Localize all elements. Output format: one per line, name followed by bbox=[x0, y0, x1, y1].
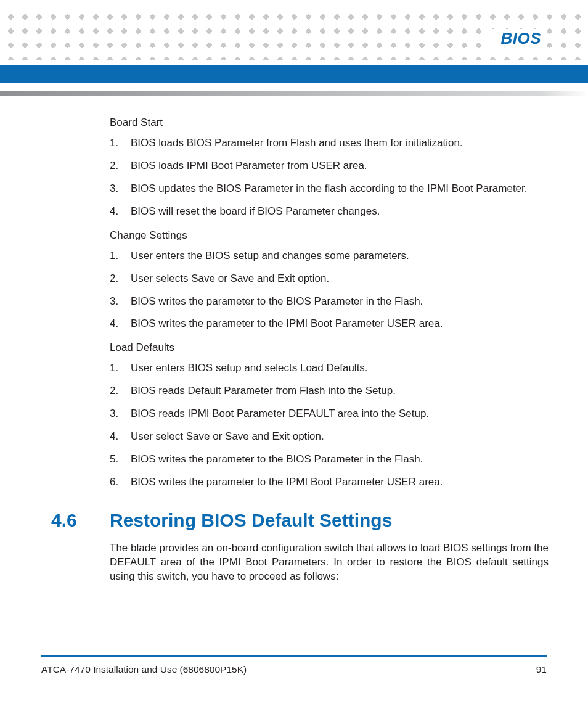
list-item: 4. BIOS writes the parameter to the IPMI… bbox=[110, 317, 549, 331]
page-content: Board Start 1. BIOS loads BIOS Parameter… bbox=[110, 116, 549, 584]
list-item: 2. BIOS reads Default Parameter from Fla… bbox=[110, 384, 549, 398]
load-defaults-heading: Load Defaults bbox=[110, 341, 549, 355]
section-body: The blade provides an on-board configura… bbox=[110, 541, 549, 584]
footer-page-number: 91 bbox=[536, 664, 547, 675]
list-number: 1. bbox=[110, 249, 131, 263]
list-item: 5. BIOS writes the parameter to the BIOS… bbox=[110, 453, 549, 467]
section-number: 4.6 bbox=[51, 508, 110, 533]
page: BIOS Board Start 1. BIOS loads BIOS Para… bbox=[0, 0, 588, 706]
header-blue-bar bbox=[0, 65, 588, 83]
list-item: 3. BIOS writes the parameter to the BIOS… bbox=[110, 295, 549, 309]
list-text: BIOS reads Default Parameter from Flash … bbox=[131, 384, 549, 398]
list-text: User selects Save or Save and Exit optio… bbox=[131, 272, 549, 286]
list-item: 2. BIOS loads IPMI Boot Parameter from U… bbox=[110, 159, 549, 173]
list-item: 1. BIOS loads BIOS Parameter from Flash … bbox=[110, 136, 549, 150]
list-item: 6. BIOS writes the parameter to the IPMI… bbox=[110, 475, 549, 490]
list-item: 4. User select Save or Save and Exit opt… bbox=[110, 430, 549, 444]
list-text: BIOS will reset the board if BIOS Parame… bbox=[131, 205, 549, 219]
list-number: 1. bbox=[110, 136, 131, 150]
list-item: 3. BIOS updates the BIOS Parameter in th… bbox=[110, 182, 549, 196]
list-number: 3. bbox=[110, 295, 131, 309]
list-number: 6. bbox=[110, 475, 131, 490]
board-start-heading: Board Start bbox=[110, 116, 549, 130]
list-number: 2. bbox=[110, 159, 131, 173]
footer-row: ATCA-7470 Installation and Use (6806800P… bbox=[41, 664, 547, 675]
list-text: User enters BIOS setup and selects Load … bbox=[131, 361, 549, 376]
list-text: BIOS loads IPMI Boot Parameter from USER… bbox=[131, 159, 549, 173]
list-text: BIOS writes the parameter to the BIOS Pa… bbox=[131, 295, 549, 309]
list-number: 4. bbox=[110, 317, 131, 331]
list-text: BIOS writes the parameter to the IPMI Bo… bbox=[131, 475, 549, 490]
list-text: BIOS writes the parameter to the IPMI Bo… bbox=[131, 317, 549, 331]
list-item: 2. User selects Save or Save and Exit op… bbox=[110, 272, 549, 286]
board-start-list: 1. BIOS loads BIOS Parameter from Flash … bbox=[110, 136, 549, 219]
footer-doc-title: ATCA-7470 Installation and Use (6806800P… bbox=[41, 664, 247, 675]
list-number: 2. bbox=[110, 272, 131, 286]
load-defaults-list: 1. User enters BIOS setup and selects Lo… bbox=[110, 361, 549, 490]
list-text: BIOS writes the parameter to the BIOS Pa… bbox=[131, 453, 549, 467]
list-number: 4. bbox=[110, 430, 131, 444]
header-gradient-rule bbox=[0, 91, 588, 96]
list-text: BIOS updates the BIOS Parameter in the f… bbox=[131, 182, 549, 196]
page-footer: ATCA-7470 Installation and Use (6806800P… bbox=[41, 655, 547, 675]
list-number: 1. bbox=[110, 361, 131, 376]
list-item: 3. BIOS reads IPMI Boot Parameter DEFAUL… bbox=[110, 407, 549, 421]
section-heading-row: 4.6 Restoring BIOS Default Settings bbox=[51, 508, 549, 533]
list-number: 2. bbox=[110, 384, 131, 398]
list-item: 1. User enters BIOS setup and selects Lo… bbox=[110, 361, 549, 376]
list-number: 3. bbox=[110, 182, 131, 196]
list-item: 1. User enters the BIOS setup and change… bbox=[110, 249, 549, 263]
list-text: User enters the BIOS setup and changes s… bbox=[131, 249, 549, 263]
list-number: 4. bbox=[110, 205, 131, 219]
section-title: Restoring BIOS Default Settings bbox=[110, 508, 392, 533]
list-item: 4. BIOS will reset the board if BIOS Par… bbox=[110, 205, 549, 219]
list-number: 3. bbox=[110, 407, 131, 421]
change-settings-list: 1. User enters the BIOS setup and change… bbox=[110, 249, 549, 332]
list-text: BIOS reads IPMI Boot Parameter DEFAULT a… bbox=[131, 407, 549, 421]
change-settings-heading: Change Settings bbox=[110, 229, 549, 243]
list-number: 5. bbox=[110, 453, 131, 467]
list-text: BIOS loads BIOS Parameter from Flash and… bbox=[131, 136, 549, 150]
footer-rule bbox=[41, 655, 547, 657]
list-text: User select Save or Save and Exit option… bbox=[131, 430, 549, 444]
chapter-title: BIOS bbox=[487, 29, 546, 48]
